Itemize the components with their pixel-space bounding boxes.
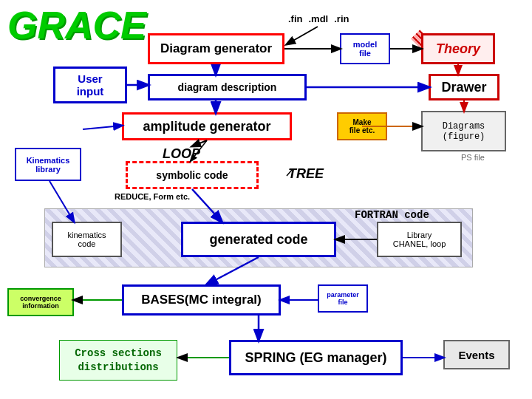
diagram-generator-label: Diagram generator — [160, 41, 272, 56]
user-input-line1: User — [78, 72, 102, 85]
generated-code-box: generated code — [181, 222, 336, 257]
symbolic-code-box: symbolic code — [126, 161, 259, 189]
amplitude-generator-box: amplitude generator — [122, 112, 292, 140]
diagram-generator-box: Diagram generator — [148, 33, 284, 64]
svg-line-13 — [83, 126, 122, 129]
amplitude-generator-label: amplitude generator — [143, 119, 270, 134]
kinematics-library-line2: library — [35, 165, 61, 174]
theory-box: Theory — [421, 33, 495, 64]
loop-text: LOOP — [163, 146, 200, 162]
parameter-file-box: parameter file — [318, 284, 368, 313]
diagrams-figure-line1: Diagrams — [443, 121, 485, 132]
kinematics-library-line1: Kinematics — [27, 156, 70, 165]
bases-mc-box: BASES(MC integral) — [122, 284, 281, 316]
kinematics-code-line2: code — [78, 239, 96, 248]
kinematics-code-box: kinematics code — [52, 222, 122, 257]
events-box: Events — [443, 340, 510, 369]
fin-label: .fin — [288, 13, 303, 24]
events-label: Events — [458, 349, 494, 361]
diagram-description-label: diagram description — [178, 81, 277, 93]
fortran-code-label: FORTRAN code — [355, 209, 429, 221]
make-file-line2: file etc. — [349, 126, 375, 134]
spring-eg-label: SPRING (EG manager) — [245, 350, 386, 366]
mdl-label: .mdl — [309, 13, 329, 24]
bases-mc-label: BASES(MC integral) — [141, 293, 261, 307]
convergence-info-box: convergence information — [7, 288, 74, 316]
main-canvas: GRACE .fin .mdl .rin Diagram generator m… — [0, 0, 532, 399]
drawer-label: Drawer — [441, 80, 486, 95]
diagram-description-box: diagram description — [148, 74, 307, 100]
symbolic-code-label: symbolic code — [156, 169, 228, 181]
parameter-file-line2: file — [338, 299, 347, 306]
library-chanel-line2: CHANEL, loop — [393, 239, 446, 248]
model-file-line2: file — [359, 49, 371, 58]
make-file-box: Make file etc. — [337, 112, 387, 140]
library-chanel-box: Library CHANEL, loop — [377, 222, 462, 257]
grace-logo: GRACE — [7, 6, 146, 44]
drawer-box: Drawer — [429, 74, 499, 100]
kinematics-library-box: Kinematics library — [15, 148, 81, 181]
svg-line-3 — [287, 27, 318, 44]
model-file-line1: model — [353, 40, 377, 49]
ps-file-label: PS file — [461, 153, 485, 162]
rin-label: .rin — [334, 13, 349, 24]
cross-sections-box: Cross sectionsdistributions — [59, 340, 177, 381]
theory-label: Theory — [436, 41, 480, 57]
kinematics-code-line1: kinematics — [68, 231, 106, 239]
reduce-form-label: REDUCE, Form etc. — [115, 192, 190, 201]
model-file-box: model file — [340, 33, 390, 64]
user-input-box: User input — [53, 66, 127, 103]
library-chanel-line1: Library — [407, 231, 432, 239]
convergence-info-label: convergence information — [9, 295, 72, 310]
diagrams-figure-line2: (figure) — [443, 132, 485, 142]
file-extensions: .fin .mdl .rin — [288, 13, 349, 24]
svg-line-11 — [192, 140, 207, 146]
tree-text: TREE — [288, 166, 324, 182]
spring-eg-box: SPRING (EG manager) — [229, 340, 403, 375]
generated-code-label: generated code — [209, 232, 307, 248]
user-input-line2: input — [77, 85, 104, 98]
cross-sections-text: Cross sectionsdistributions — [75, 347, 162, 373]
diagrams-figure-box: Diagrams (figure) — [421, 111, 506, 151]
parameter-file-line1: parameter — [327, 291, 359, 299]
make-file-line1: Make — [352, 118, 371, 126]
